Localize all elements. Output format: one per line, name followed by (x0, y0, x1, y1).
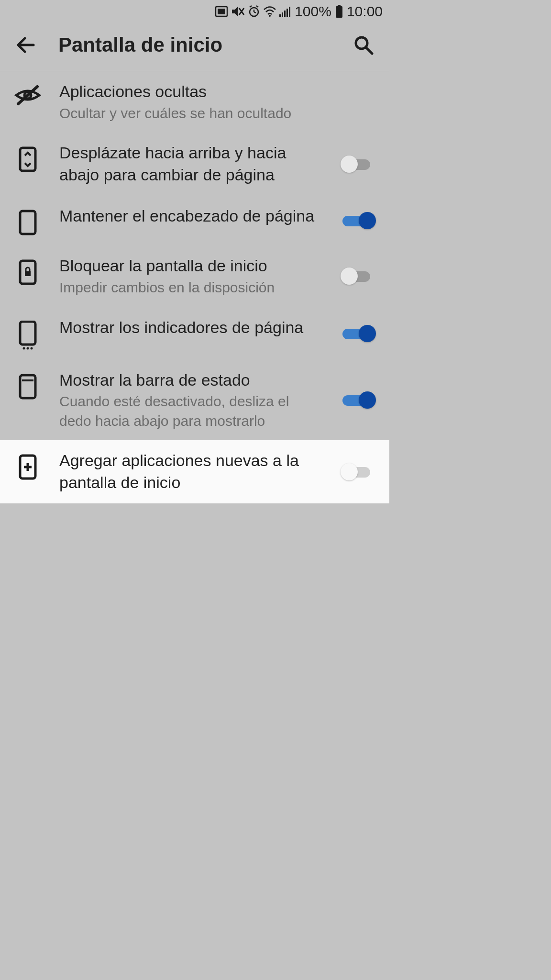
toggle-page-indicators[interactable] (341, 324, 376, 343)
svg-line-8 (256, 6, 258, 7)
svg-rect-26 (20, 322, 35, 345)
svg-rect-11 (282, 12, 283, 17)
item-subtitle: Impedir cambios en la disposición (59, 278, 316, 298)
settings-list: Aplicaciones ocultas Ocultar y ver cuále… (0, 71, 389, 503)
item-title: Mostrar los indicadores de página (59, 317, 316, 339)
back-button[interactable] (13, 33, 38, 57)
cast-icon (215, 6, 228, 17)
page-title: Pantalla de inicio (58, 33, 331, 56)
toggle-add-new-apps[interactable] (341, 462, 376, 481)
svg-point-9 (269, 15, 271, 17)
list-item-lock-home[interactable]: Bloquear la pantalla de inicio Impedir c… (0, 245, 389, 307)
phone-scroll-icon (13, 142, 42, 173)
clock: 10:00 (347, 3, 383, 20)
phone-icon (13, 205, 42, 236)
app-header: Pantalla de inicio (0, 23, 389, 71)
svg-rect-13 (287, 9, 288, 17)
list-item-page-indicators[interactable]: Mostrar los indicadores de página (0, 307, 389, 360)
battery-icon (335, 5, 343, 18)
signal-icon (279, 6, 291, 17)
item-title: Aplicaciones ocultas (59, 81, 372, 103)
svg-rect-23 (20, 211, 35, 234)
phone-lock-icon (13, 255, 42, 286)
phone-plus-icon (13, 450, 42, 480)
svg-rect-1 (218, 9, 225, 14)
phone-dots-icon (13, 317, 42, 350)
list-item-scroll-page[interactable]: Desplázate hacia arriba y hacia abajo pa… (0, 133, 389, 196)
svg-rect-30 (20, 375, 35, 398)
svg-point-29 (31, 347, 33, 349)
hidden-eye-icon (13, 81, 42, 106)
list-item-status-bar[interactable]: Mostrar la barra de estado Cuando esté d… (0, 360, 389, 441)
item-title: Desplázate hacia arriba y hacia abajo pa… (59, 142, 316, 186)
phone-statusbar-icon (13, 369, 42, 400)
svg-line-19 (366, 47, 372, 54)
search-icon (353, 34, 374, 56)
svg-line-6 (254, 12, 256, 13)
list-item-add-new-apps[interactable]: Agregar aplicaciones nuevas a la pantall… (0, 440, 389, 503)
toggle-keep-header[interactable] (341, 211, 376, 230)
toggle-status-bar[interactable] (341, 390, 376, 410)
svg-rect-14 (289, 7, 290, 17)
item-title: Agregar aplicaciones nuevas a la pantall… (59, 450, 316, 494)
wifi-icon (263, 6, 276, 17)
svg-point-27 (23, 347, 25, 349)
item-subtitle: Cuando esté desactivado, desliza el dedo… (59, 392, 316, 431)
item-subtitle: Ocultar y ver cuáles se han ocultado (59, 104, 372, 123)
status-icons (215, 5, 291, 18)
svg-rect-16 (336, 6, 342, 18)
item-title: Bloquear la pantalla de inicio (59, 255, 316, 277)
toggle-scroll-page[interactable] (341, 155, 376, 174)
item-title: Mantener el encabezado de página (59, 205, 316, 227)
svg-point-28 (27, 347, 29, 349)
list-item-keep-header[interactable]: Mantener el encabezado de página (0, 196, 389, 245)
arrow-left-icon (15, 34, 36, 56)
svg-rect-25 (25, 271, 31, 276)
svg-line-21 (18, 87, 37, 104)
alarm-icon (248, 5, 260, 18)
svg-rect-12 (284, 11, 286, 17)
toggle-lock-home[interactable] (341, 267, 376, 286)
svg-rect-10 (279, 14, 281, 17)
status-bar: 100% 10:00 (0, 0, 389, 23)
svg-rect-15 (338, 5, 341, 6)
battery-percent: 100% (295, 3, 331, 20)
search-button[interactable] (351, 33, 376, 57)
svg-line-7 (250, 6, 252, 7)
mute-vibrate-icon (231, 5, 245, 18)
item-title: Mostrar la barra de estado (59, 369, 316, 391)
list-item-hidden-apps[interactable]: Aplicaciones ocultas Ocultar y ver cuále… (0, 71, 389, 133)
